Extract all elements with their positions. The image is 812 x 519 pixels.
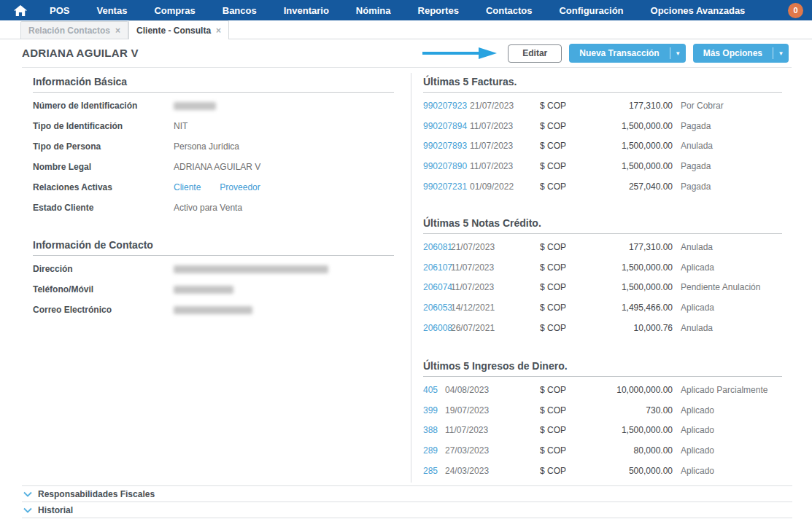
chevron-down-icon[interactable]: ▼ bbox=[773, 44, 789, 63]
last-credit-notes-table: Últimas 5 Notas Crédito. 20608121/07/202… bbox=[423, 217, 782, 338]
document-number-link[interactable]: 990207231 bbox=[423, 182, 470, 192]
document-number-link[interactable]: 206107 bbox=[423, 262, 451, 273]
currency-cell: $ COP bbox=[540, 405, 604, 415]
field-label: Nombre Legal bbox=[33, 162, 174, 172]
amount-cell: 177,310.00 bbox=[604, 242, 673, 252]
accordion-label: Responsabilidades Fiscales bbox=[38, 489, 155, 499]
redacted-value bbox=[174, 306, 252, 314]
status-cell: Aplicado bbox=[673, 405, 782, 415]
page-title: ADRIANA AGUILAR V bbox=[22, 47, 139, 59]
nav-item-configuracion[interactable]: Configuración bbox=[559, 5, 623, 16]
close-icon[interactable]: × bbox=[115, 26, 120, 36]
currency-cell: $ COP bbox=[540, 445, 604, 456]
amount-cell: 10,000.76 bbox=[604, 323, 673, 333]
content-area: Información Básica Número de Identificac… bbox=[0, 67, 812, 485]
amount-cell: 1,500,000.00 bbox=[604, 141, 673, 151]
date-cell: 21/07/2023 bbox=[451, 242, 540, 252]
date-cell: 11/07/2023 bbox=[451, 282, 540, 292]
document-number-link[interactable]: 399 bbox=[423, 405, 445, 415]
table-row: 39919/07/2023$ COP730.00Aplicado bbox=[423, 400, 782, 421]
accordion-fiscal-responsibilities[interactable]: Responsabilidades Fiscales bbox=[22, 485, 792, 502]
date-cell: 01/09/2022 bbox=[470, 182, 540, 192]
section-title: Información de Contacto bbox=[33, 239, 394, 256]
section-title: Información Básica bbox=[33, 76, 394, 93]
table-row: 28524/03/2023$ COP500,000.00Aplicado bbox=[423, 461, 782, 481]
client-relation-link[interactable]: Cliente bbox=[174, 182, 201, 192]
status-cell: Pagada bbox=[673, 161, 782, 171]
document-number-link[interactable]: 990207893 bbox=[423, 141, 470, 151]
nav-item-compras[interactable]: Compras bbox=[154, 5, 195, 16]
document-number-link[interactable]: 990207890 bbox=[423, 161, 470, 171]
field-label: Número de Identificación bbox=[33, 101, 174, 111]
main-menu: POSVentasComprasBancosInventarioNóminaRe… bbox=[50, 5, 745, 16]
notification-badge[interactable]: 0 bbox=[788, 3, 803, 18]
annotation-arrow-icon bbox=[422, 47, 498, 60]
date-cell: 14/12/2021 bbox=[451, 303, 540, 313]
chevron-down-icon bbox=[23, 507, 32, 513]
nav-item-inventario[interactable]: Inventario bbox=[284, 5, 329, 16]
currency-cell: $ COP bbox=[540, 466, 604, 476]
currency-cell: $ COP bbox=[540, 121, 604, 131]
status-cell: Anulada bbox=[673, 141, 782, 151]
home-icon[interactable] bbox=[13, 4, 28, 17]
field-value: NIT bbox=[174, 121, 187, 131]
document-number-link[interactable]: 206074 bbox=[423, 282, 451, 292]
status-cell: Aplicada bbox=[673, 303, 782, 313]
currency-cell: $ COP bbox=[540, 323, 604, 333]
document-number-link[interactable]: 289 bbox=[423, 445, 445, 456]
amount-cell: 1,500,000.00 bbox=[604, 262, 673, 273]
table-row: 99020789011/07/2023$ COP1,500,000.00Paga… bbox=[423, 156, 782, 176]
tab-relacion-contactos[interactable]: Relación Contactos × bbox=[20, 21, 128, 39]
nav-item-ventas[interactable]: Ventas bbox=[96, 5, 127, 16]
section-title: Últimas 5 Facturas. bbox=[423, 76, 782, 93]
amount-cell: 500,000.00 bbox=[604, 466, 673, 476]
document-number-link[interactable]: 990207923 bbox=[423, 101, 470, 111]
more-options-button[interactable]: Más Opciones ▼ bbox=[693, 44, 789, 63]
field-label: Tipo de Persona bbox=[33, 141, 174, 152]
info-row-legal-name: Nombre Legal ADRIANA AGUILAR V bbox=[33, 157, 394, 177]
nav-item-contactos[interactable]: Contactos bbox=[486, 5, 533, 16]
document-number-link[interactable]: 990207894 bbox=[423, 121, 470, 131]
table-row: 38811/07/2023$ COP1,500,000.00Aplicado bbox=[423, 421, 782, 441]
date-cell: 11/07/2023 bbox=[445, 425, 540, 435]
basic-info-section: Información Básica Número de Identificac… bbox=[33, 76, 394, 218]
document-number-link[interactable]: 206081 bbox=[423, 242, 451, 252]
chevron-down-icon[interactable]: ▼ bbox=[670, 44, 686, 63]
nav-item-reportes[interactable]: Reportes bbox=[418, 5, 459, 16]
document-number-link[interactable]: 206008 bbox=[423, 323, 451, 333]
supplier-relation-link[interactable]: Proveedor bbox=[220, 182, 260, 192]
date-cell: 24/03/2023 bbox=[445, 466, 540, 476]
amount-cell: 177,310.00 bbox=[604, 101, 673, 111]
field-label: Estado Cliente bbox=[33, 203, 174, 213]
new-transaction-button[interactable]: Nueva Transacción ▼ bbox=[569, 44, 685, 63]
info-row-client-status: Estado Cliente Activo para Venta bbox=[33, 198, 394, 218]
accordion-history[interactable]: Historial bbox=[22, 502, 792, 518]
close-icon[interactable]: × bbox=[216, 26, 221, 36]
currency-cell: $ COP bbox=[540, 161, 604, 171]
document-number-link[interactable]: 388 bbox=[423, 425, 445, 435]
document-number-link[interactable]: 285 bbox=[423, 466, 445, 476]
tab-cliente-consulta[interactable]: Cliente - Consulta × bbox=[128, 20, 229, 39]
bottom-accordions: Responsabilidades Fiscales Historial bbox=[22, 485, 792, 518]
nav-item-opciones-avanzadas[interactable]: Opciones Avanzadas bbox=[651, 5, 746, 16]
date-cell: 04/08/2023 bbox=[445, 385, 540, 395]
status-cell: Pendiente Anulación bbox=[673, 282, 782, 292]
info-row-phone: Teléfono/Móvil bbox=[33, 279, 394, 300]
nav-item-nomina[interactable]: Nómina bbox=[356, 5, 391, 16]
last-money-income-table: Últimos 5 Ingresos de Dinero. 40504/08/2… bbox=[423, 360, 782, 481]
document-number-link[interactable]: 206053 bbox=[423, 303, 451, 313]
date-cell: 11/07/2023 bbox=[470, 161, 540, 171]
header-actions: Editar Nueva Transacción ▼ Más Opciones … bbox=[422, 44, 789, 63]
status-cell: Aplicado bbox=[673, 425, 782, 435]
nav-item-bancos[interactable]: Bancos bbox=[223, 5, 257, 16]
amount-cell: 730.00 bbox=[604, 405, 673, 415]
document-number-link[interactable]: 405 bbox=[423, 385, 445, 395]
currency-cell: $ COP bbox=[540, 303, 604, 313]
nav-item-pos[interactable]: POS bbox=[50, 5, 69, 16]
last-invoices-table: Últimas 5 Facturas. 99020792321/07/2023$… bbox=[423, 76, 782, 197]
app-window: POSVentasComprasBancosInventarioNóminaRe… bbox=[0, 0, 812, 519]
status-cell: Pagada bbox=[673, 121, 782, 131]
edit-button[interactable]: Editar bbox=[508, 44, 562, 63]
redacted-value bbox=[174, 265, 328, 273]
contact-info-section: Información de Contacto Dirección Teléfo… bbox=[33, 239, 394, 320]
